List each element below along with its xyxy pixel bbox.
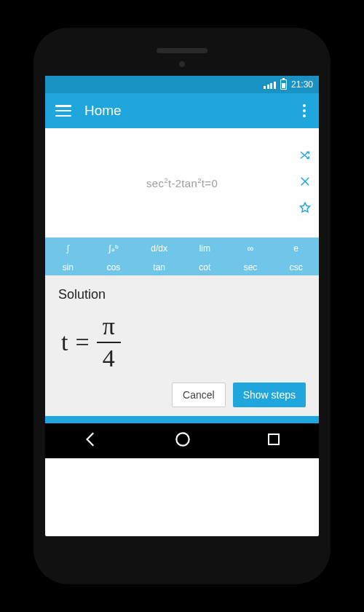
svg-rect-1 bbox=[269, 434, 279, 444]
kbd-key-tan[interactable]: tan bbox=[136, 259, 182, 275]
solution-panel: Solution t = π 4 Cancel Show steps bbox=[45, 275, 319, 416]
math-keyboard: ∫ ∫ₐᵇ d/dx lim ∞ e sin cos tan cot sec c… bbox=[45, 238, 319, 275]
kbd-key-lim[interactable]: lim bbox=[182, 238, 228, 259]
kbd-key-csc[interactable]: csc bbox=[273, 259, 319, 275]
battery-icon bbox=[280, 79, 287, 90]
sensor-dot bbox=[179, 61, 185, 67]
kbd-key-e[interactable]: e bbox=[273, 238, 319, 259]
solution-denominator: 4 bbox=[97, 343, 121, 371]
earpiece bbox=[157, 48, 207, 53]
kbd-key-cot[interactable]: cot bbox=[182, 259, 228, 275]
nav-recent-icon[interactable] bbox=[265, 431, 282, 451]
cancel-button[interactable]: Cancel bbox=[172, 382, 226, 407]
nav-back-icon[interactable] bbox=[82, 430, 100, 452]
menu-icon[interactable] bbox=[55, 105, 71, 117]
app-bar: Home bbox=[45, 93, 319, 128]
kbd-key-ddx[interactable]: d/dx bbox=[136, 238, 182, 259]
page-title: Home bbox=[84, 103, 297, 119]
kbd-key-cos[interactable]: cos bbox=[91, 259, 137, 275]
status-time: 21:30 bbox=[291, 79, 313, 90]
expression-area[interactable]: sec2t-2tan2t=0 bbox=[45, 128, 319, 238]
kbd-key-sin[interactable]: sin bbox=[45, 259, 91, 275]
android-navbar bbox=[45, 423, 319, 458]
show-steps-button[interactable]: Show steps bbox=[233, 382, 306, 407]
device-frame: 21:30 Home sec2t-2tan2t=0 bbox=[33, 28, 331, 584]
kbd-key-infinity[interactable]: ∞ bbox=[228, 238, 274, 259]
status-bar: 21:30 bbox=[45, 76, 319, 93]
expression-text: sec2t-2tan2t=0 bbox=[146, 176, 218, 189]
overflow-icon[interactable] bbox=[297, 104, 312, 117]
solution-equation: t = π 4 bbox=[58, 311, 306, 380]
shuffle-icon[interactable] bbox=[298, 149, 312, 165]
svg-point-0 bbox=[176, 433, 189, 445]
bottom-accent bbox=[45, 416, 319, 423]
solution-numerator: π bbox=[97, 314, 121, 342]
signal-icon bbox=[264, 80, 276, 89]
solution-fraction: π 4 bbox=[97, 314, 121, 371]
solution-heading: Solution bbox=[58, 287, 306, 302]
clear-icon[interactable] bbox=[298, 175, 312, 191]
solution-equals: = bbox=[75, 330, 89, 355]
kbd-key-def-integral[interactable]: ∫ₐᵇ bbox=[91, 238, 137, 259]
star-icon[interactable] bbox=[298, 201, 312, 217]
nav-home-icon[interactable] bbox=[173, 430, 192, 452]
screen: 21:30 Home sec2t-2tan2t=0 bbox=[45, 76, 319, 536]
kbd-key-integral[interactable]: ∫ bbox=[45, 238, 91, 259]
solution-lhs: t bbox=[61, 330, 68, 355]
kbd-key-sec[interactable]: sec bbox=[228, 259, 274, 275]
